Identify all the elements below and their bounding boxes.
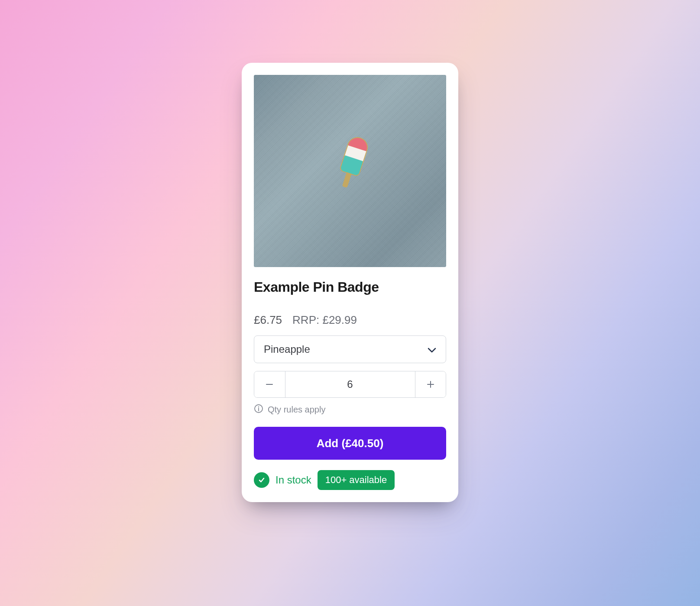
- price-row: £6.75 RRP: £29.99: [254, 313, 446, 327]
- product-rrp: RRP: £29.99: [292, 313, 357, 327]
- quantity-increase-button[interactable]: [415, 371, 446, 397]
- check-circle-icon: [254, 472, 269, 488]
- check-icon: [257, 476, 266, 484]
- variant-select[interactable]: Pineapple: [254, 335, 446, 363]
- quantity-stepper: [254, 371, 446, 398]
- product-card: Example Pin Badge £6.75 RRP: £29.99 Pine…: [242, 63, 458, 502]
- variant-selected-label: Pineapple: [264, 343, 310, 355]
- chevron-down-icon: [428, 343, 436, 355]
- quantity-input[interactable]: [285, 371, 415, 397]
- stock-status-text: In stock: [275, 474, 311, 486]
- product-price: £6.75: [254, 313, 282, 327]
- svg-point-4: [258, 406, 259, 407]
- minus-icon: [265, 380, 274, 389]
- quantity-decrease-button[interactable]: [254, 371, 285, 397]
- stock-available-badge: 100+ available: [318, 470, 395, 490]
- quantity-rules-note: Qty rules apply: [254, 404, 446, 416]
- product-image[interactable]: [254, 75, 446, 267]
- add-to-cart-button[interactable]: Add (£40.50): [254, 427, 446, 460]
- quantity-rules-label: Qty rules apply: [268, 405, 325, 415]
- stock-status-row: In stock 100+ available: [254, 470, 446, 490]
- product-title: Example Pin Badge: [254, 279, 446, 295]
- info-icon: [254, 404, 263, 416]
- plus-icon: [426, 380, 435, 389]
